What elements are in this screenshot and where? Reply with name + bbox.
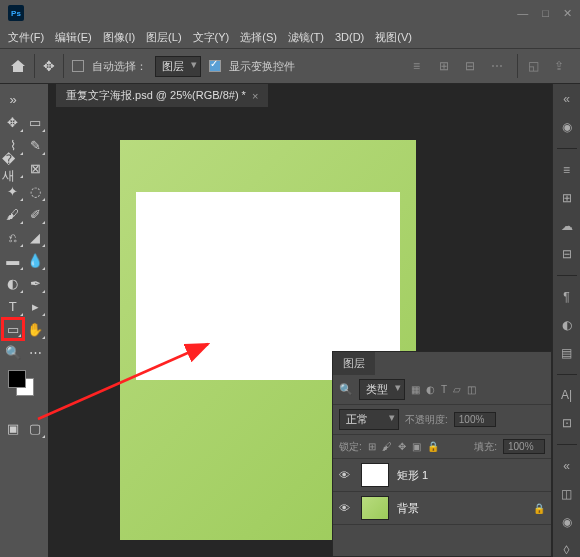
blur-tool[interactable]: 💧 <box>25 249 47 271</box>
swatches-panel-icon[interactable]: ⊞ <box>562 191 572 205</box>
edit-toolbar[interactable]: ⋯ <box>25 341 47 363</box>
foreground-color[interactable] <box>8 370 26 388</box>
minimize-button[interactable]: — <box>517 7 528 20</box>
close-button[interactable]: ✕ <box>563 7 572 20</box>
styles-panel-icon[interactable]: ▤ <box>561 346 572 360</box>
quick-select-tool[interactable]: ✎ <box>25 134 47 156</box>
fill-input[interactable]: 100% <box>503 439 545 454</box>
align-icon-3[interactable]: ⊟ <box>465 59 481 73</box>
gradient-tool[interactable]: ▬ <box>2 249 24 271</box>
adjustments-panel-icon[interactable]: ◐ <box>562 318 572 332</box>
layer-item[interactable]: 👁 矩形 1 <box>333 459 551 492</box>
app-logo: Ps <box>8 5 24 21</box>
crop-tool[interactable]: �새 <box>2 157 24 179</box>
menu-layer[interactable]: 图层(L) <box>146 30 181 45</box>
layers-panel-icon[interactable]: ◫ <box>561 487 572 501</box>
filter-type-icon[interactable]: T <box>441 384 447 395</box>
layers-panel-tab[interactable]: 图层 <box>333 352 375 375</box>
auto-select-checkbox[interactable] <box>72 60 84 72</box>
filter-adjust-icon[interactable]: ◐ <box>426 384 435 395</box>
layer-thumbnail[interactable] <box>361 463 389 487</box>
pen-tool[interactable]: ✒ <box>25 272 47 294</box>
lock-transparent-icon[interactable]: ⊞ <box>368 441 376 452</box>
layer-thumbnail[interactable] <box>361 496 389 520</box>
character-panel-icon[interactable]: A| <box>561 388 572 402</box>
distribute-icon[interactable]: ⋯ <box>491 59 507 73</box>
visibility-icon[interactable]: 👁 <box>339 469 353 481</box>
rectangle-tool[interactable]: ▭ <box>2 318 24 340</box>
auto-select-dropdown[interactable]: 图层 <box>155 56 201 77</box>
menu-select[interactable]: 选择(S) <box>240 30 277 45</box>
move-tool[interactable]: ✥ <box>2 111 24 133</box>
filter-smart-icon[interactable]: ◫ <box>467 384 476 395</box>
libraries-panel-icon[interactable]: ☁ <box>561 219 573 233</box>
glyphs-panel-icon[interactable]: ⊡ <box>562 416 572 430</box>
eyedropper-tool[interactable]: ✐ <box>25 203 47 225</box>
paths-panel-icon[interactable]: ◊ <box>564 543 570 557</box>
lock-artboard-icon[interactable]: ▣ <box>412 441 421 452</box>
3d-mode-icon[interactable]: ◱ <box>528 59 544 73</box>
menu-file[interactable]: 文件(F) <box>8 30 44 45</box>
menu-image[interactable]: 图像(I) <box>103 30 135 45</box>
wand-tool[interactable]: ✦ <box>2 180 24 202</box>
frame-tool[interactable]: ⊠ <box>25 157 47 179</box>
color-swatches[interactable] <box>2 370 46 398</box>
filter-pixel-icon[interactable]: ▦ <box>411 384 420 395</box>
lock-position-icon[interactable]: ✥ <box>398 441 406 452</box>
layer-name[interactable]: 背景 <box>397 501 419 516</box>
layer-item[interactable]: 👁 背景 🔒 <box>333 492 551 525</box>
zoom-tool[interactable]: 🔍 <box>2 341 24 363</box>
lock-pixels-icon[interactable]: 🖌 <box>382 441 392 452</box>
screenmode-tool[interactable]: ▢ <box>25 417 47 439</box>
hand-tool[interactable]: ✋ <box>25 318 46 340</box>
blend-mode-dropdown[interactable]: 正常 <box>339 409 399 430</box>
menu-view[interactable]: 视图(V) <box>375 30 412 45</box>
menu-3d[interactable]: 3D(D) <box>335 31 364 43</box>
options-bar: ✥ 自动选择： 图层 显示变换控件 ≡ ⊞ ⊟ ⋯ ◱ ⇪ <box>0 48 580 84</box>
show-transform-checkbox[interactable] <box>209 60 221 72</box>
lock-label: 锁定: <box>339 440 362 454</box>
quickmask-tool[interactable]: ▣ <box>2 417 24 439</box>
home-icon[interactable] <box>10 59 26 73</box>
menu-type[interactable]: 文字(Y) <box>193 30 230 45</box>
layers-lock-row: 锁定: ⊞ 🖌 ✥ ▣ 🔒 填充: 100% <box>333 435 551 459</box>
lock-icon: 🔒 <box>533 503 545 514</box>
lock-all-icon[interactable]: 🔒 <box>427 441 439 452</box>
align-icon-2[interactable]: ⊞ <box>439 59 455 73</box>
filter-type-dropdown[interactable]: 类型 <box>359 379 405 400</box>
brush-tool[interactable]: 🖌 <box>2 203 24 225</box>
marquee-tool[interactable]: ▭ <box>25 111 47 133</box>
auto-select-label: 自动选择： <box>92 59 147 74</box>
type-tool[interactable]: T <box>2 295 24 317</box>
filter-shape-icon[interactable]: ▱ <box>453 384 461 395</box>
paragraph-panel-icon[interactable]: ¶ <box>563 290 569 304</box>
eraser-tool[interactable]: ◢ <box>25 226 47 248</box>
layer-name[interactable]: 矩形 1 <box>397 468 428 483</box>
opacity-input[interactable]: 100% <box>454 412 496 427</box>
expand-icon[interactable]: » <box>2 88 24 110</box>
channels-panel-icon[interactable]: ◉ <box>562 515 572 529</box>
menu-filter[interactable]: 滤镜(T) <box>288 30 324 45</box>
dodge-tool[interactable]: ◐ <box>2 272 24 294</box>
right-sidebar: « ◉ ≡ ⊞ ☁ ⊟ ¶ ◐ ▤ A| ⊡ « ◫ ◉ ◊ <box>552 84 580 557</box>
layers-filter-row: 🔍 类型 ▦ ◐ T ▱ ◫ <box>333 375 551 405</box>
align-icon[interactable]: ≡ <box>413 59 429 73</box>
path-select-tool[interactable]: ▸ <box>25 295 47 317</box>
search-icon[interactable]: 🔍 <box>339 383 353 396</box>
collapse-sidebar-icon[interactable]: « <box>563 92 570 106</box>
clone-tool[interactable]: ⎌ <box>2 226 24 248</box>
layers-blend-row: 正常 不透明度: 100% <box>333 405 551 435</box>
move-tool-icon: ✥ <box>43 58 55 74</box>
opacity-label: 不透明度: <box>405 413 448 427</box>
color-panel-icon[interactable]: ◉ <box>562 120 572 134</box>
maximize-button[interactable]: □ <box>542 7 549 20</box>
grid-panel-icon[interactable]: ⊟ <box>562 247 572 261</box>
share-icon[interactable]: ⇪ <box>554 59 570 73</box>
history-panel-icon[interactable]: ≡ <box>563 163 570 177</box>
document-tab[interactable]: 重复文字海报.psd @ 25%(RGB/8#) * × <box>56 84 268 107</box>
close-tab-icon[interactable]: × <box>252 90 258 102</box>
patch-tool[interactable]: ◌ <box>25 180 47 202</box>
visibility-icon[interactable]: 👁 <box>339 502 353 514</box>
menu-edit[interactable]: 编辑(E) <box>55 30 92 45</box>
collapse-icon[interactable]: « <box>563 459 570 473</box>
